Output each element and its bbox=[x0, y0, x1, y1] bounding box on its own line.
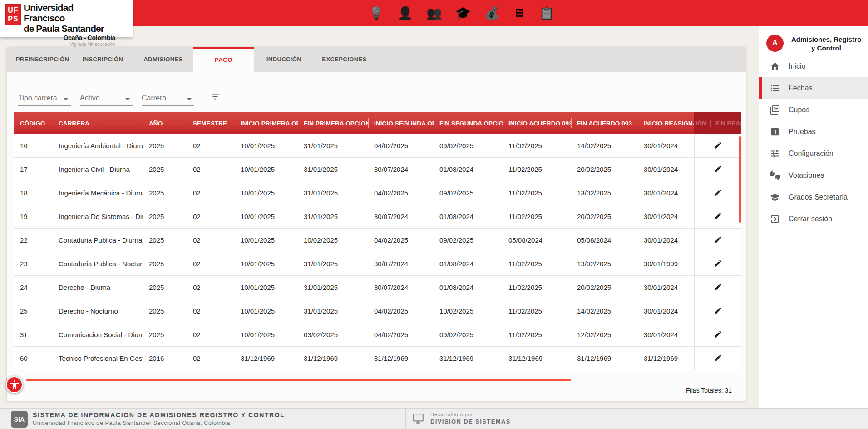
money-bag-hand-icon[interactable]: 💰 bbox=[484, 7, 500, 20]
sidebar-item-fechas[interactable]: Fechas bbox=[759, 77, 868, 99]
clipboard-gear-icon[interactable]: 📋 bbox=[539, 7, 555, 20]
developed-by-label: Desarrollado por bbox=[430, 412, 473, 417]
filter-select-activo[interactable]: Activo bbox=[80, 90, 133, 106]
table-cell: 31/01/2025 bbox=[298, 181, 368, 205]
edit-button[interactable] bbox=[712, 306, 723, 317]
tab-pago[interactable]: PAGO bbox=[193, 47, 254, 72]
table-cell: 60 bbox=[14, 347, 53, 370]
table-cell: 30/01/2024 bbox=[638, 276, 694, 299]
filter-select-carrera[interactable]: Carrera bbox=[142, 90, 194, 106]
table-cell: Contaduria Publica - Nocturno bbox=[53, 252, 143, 275]
table-cell: 30/01/2024 bbox=[638, 158, 694, 181]
table-cell: 10/01/2025 bbox=[235, 323, 298, 346]
rows-total: Filas Totales: 31 bbox=[686, 387, 732, 394]
table-row: 19Ingeniería De Sistemas - Diurna2025021… bbox=[14, 205, 741, 229]
column-header-carrera[interactable]: CARRERA bbox=[53, 112, 143, 134]
edit-button[interactable] bbox=[712, 188, 723, 199]
edit-button[interactable] bbox=[712, 259, 723, 269]
horizontal-scrollbar[interactable] bbox=[26, 379, 571, 381]
table-cell: 11/02/2025 bbox=[503, 299, 571, 323]
column-header-ano[interactable]: AÑO bbox=[143, 112, 187, 134]
tab-bar: PREINSCRIPCIÓNINSCRIPCIÓNADMISIONESPAGOI… bbox=[7, 47, 746, 72]
filter-9-plus-icon: 9+ bbox=[770, 105, 780, 115]
column-header-fin-segunda-opcion[interactable]: FIN SEGUNDA OPCION bbox=[434, 112, 503, 134]
table-cell: Derecho - Nocturno bbox=[53, 299, 143, 323]
edit-button[interactable] bbox=[712, 282, 723, 293]
column-header-inicio-reasignac[interactable]: INICIO REASIGNAC bbox=[638, 112, 694, 134]
edit-button[interactable] bbox=[712, 164, 723, 175]
table-cell: 31/12/1969 bbox=[235, 347, 298, 370]
table-cell: 11/02/2025 bbox=[503, 158, 571, 181]
table-cell: 12/02/2025 bbox=[571, 323, 638, 346]
column-header-fin-primera-opcion[interactable]: FIN PRIMERA OPCION bbox=[298, 112, 368, 134]
table-cell: 2016 bbox=[143, 347, 187, 370]
developer-section: Desarrollado por DIVISION DE SISTEMAS bbox=[405, 409, 551, 429]
sidebar-item-inicio[interactable]: Inicio bbox=[759, 55, 868, 77]
table-cell: 09/02/2025 bbox=[434, 323, 503, 346]
edit-button[interactable] bbox=[712, 211, 723, 222]
table-cell: 02 bbox=[187, 158, 235, 181]
accessibility-button[interactable] bbox=[6, 376, 23, 393]
sidebar-item-cupos[interactable]: 9+Cupos bbox=[759, 99, 868, 121]
footer-subtitle: Universidad Francisco de Paula Santander… bbox=[33, 420, 230, 426]
table-cell: 31/12/1969 bbox=[434, 347, 503, 370]
tab-preinscripcion[interactable]: PREINSCRIPCIÓN bbox=[12, 47, 73, 72]
table-cell: Ingeniería Mecánica - Diurna bbox=[53, 181, 143, 205]
presentation-board-icon[interactable]: 🖥 bbox=[513, 7, 526, 20]
table-cell: 31/01/2025 bbox=[298, 205, 368, 228]
column-header-inicio-acuerdo-093[interactable]: INICIO ACUERDO 093 bbox=[503, 112, 571, 134]
table-cell: 11/02/2025 bbox=[503, 252, 571, 275]
table-cell: 2025 bbox=[143, 299, 187, 323]
sidebar-item-label: Cerrar sesión bbox=[789, 215, 832, 223]
filter-list-icon[interactable] bbox=[210, 92, 220, 102]
tab-inscripcion[interactable]: INSCRIPCIÓN bbox=[73, 47, 133, 72]
table-cell: 14/02/2025 bbox=[571, 299, 638, 323]
table-cell: 13/02/2025 bbox=[571, 181, 638, 205]
people-group-icon[interactable]: 👥 bbox=[426, 7, 442, 20]
column-header-inicio-primera-op[interactable]: INICIO PRIMERA OP... bbox=[235, 112, 298, 134]
column-header-fin-acuerdo-093[interactable]: FIN ACUERDO 093 bbox=[571, 112, 638, 134]
table-cell: 02 bbox=[187, 229, 235, 252]
edit-button[interactable] bbox=[712, 140, 723, 151]
table-cell: 10/01/2025 bbox=[235, 158, 298, 181]
table-cell: 11/02/2025 bbox=[503, 323, 571, 346]
page: 💡👤👥🎓💰🖥📋 UF PS Universidad Francisco de P… bbox=[0, 0, 868, 429]
sidebar-item-pruebas[interactable]: Pruebas bbox=[759, 121, 868, 143]
table-cell: 31/01/2025 bbox=[298, 134, 368, 157]
vertical-scrollbar[interactable] bbox=[739, 136, 741, 223]
person-suit-icon[interactable]: 👤 bbox=[398, 7, 413, 20]
accessibility-icon bbox=[9, 379, 20, 390]
filter-select-tipo-carrera[interactable]: Tipo carrera bbox=[18, 90, 71, 106]
footer-title: SISTEMA DE INFORMACION DE ADMISIONES REG… bbox=[33, 411, 285, 419]
table-cell: 2025 bbox=[143, 181, 187, 205]
table-cell: 02 bbox=[187, 347, 235, 370]
avatar[interactable]: A bbox=[766, 35, 784, 52]
sidebar-item-grados-secretaria[interactable]: Grados Secretaria bbox=[759, 186, 868, 208]
logo-mark-line1: UF bbox=[8, 6, 18, 15]
developer-name: DIVISION DE SISTEMAS bbox=[430, 418, 511, 425]
table-cell: 04/02/2025 bbox=[368, 181, 434, 205]
edit-button[interactable] bbox=[712, 353, 723, 364]
table-cell: 2025 bbox=[143, 252, 187, 275]
graduation-diploma-icon[interactable]: 🎓 bbox=[455, 7, 471, 20]
edit-button[interactable] bbox=[712, 329, 723, 340]
column-header-codigo[interactable]: CÓDIGO bbox=[14, 112, 53, 134]
sidebar-item-votaciones[interactable]: Votaciones bbox=[759, 165, 868, 186]
table-cell: 30/01/2024 bbox=[638, 323, 694, 346]
idea-gears-icon[interactable]: 💡 bbox=[369, 7, 384, 20]
table-cell: 02 bbox=[187, 252, 235, 275]
tab-admisiones[interactable]: ADMISIONES bbox=[133, 47, 193, 72]
column-header-inicio-segunda-op[interactable]: INICIO SEGUNDA OP... bbox=[368, 112, 434, 134]
edit-button[interactable] bbox=[712, 235, 723, 246]
sidebar-item-configuracion[interactable]: Configuración bbox=[759, 143, 868, 165]
table-cell: 10/01/2025 bbox=[235, 205, 298, 228]
table-cell: 2025 bbox=[143, 134, 187, 157]
column-header-semestre[interactable]: SEMESTRE bbox=[187, 112, 235, 134]
table-cell: 31/12/1969 bbox=[571, 347, 638, 370]
table-cell: 30/01/2024 bbox=[638, 299, 694, 323]
tab-induccion[interactable]: INDUCCIÓN bbox=[254, 47, 314, 72]
sidebar-item-cerrar-sesion[interactable]: Cerrar sesión bbox=[759, 208, 868, 230]
table-cell: 22 bbox=[14, 229, 53, 252]
table-cell: 02 bbox=[187, 134, 235, 157]
tab-excepciones[interactable]: EXCEPCIONES bbox=[314, 47, 375, 72]
